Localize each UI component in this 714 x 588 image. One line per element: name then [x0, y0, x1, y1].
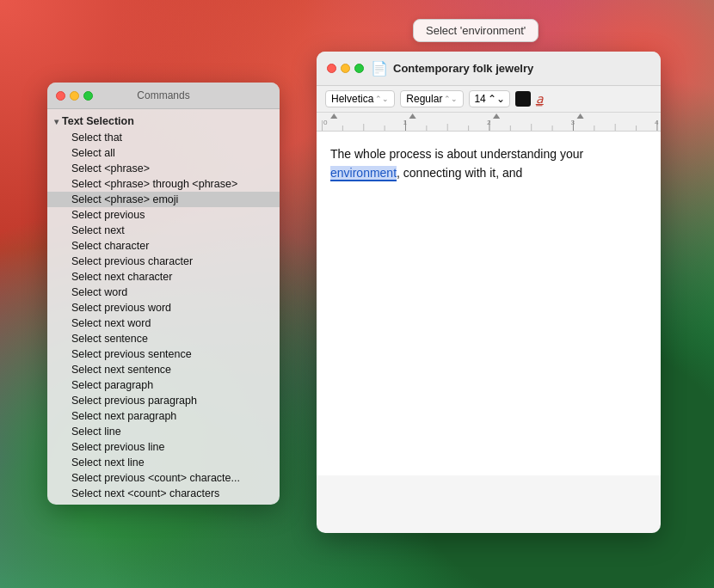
command-item-22[interactable]: Select previous <count> characte... [47, 470, 280, 486]
highlighted-word: environment [330, 166, 397, 181]
commands-titlebar: Commands [47, 83, 280, 109]
text-before-highlight: The whole process is about understanding… [330, 147, 583, 161]
command-item-13[interactable]: Select sentence [47, 331, 280, 346]
commands-title: Commands [137, 89, 189, 101]
editor-close-button[interactable] [327, 64, 336, 73]
svg-marker-22 [330, 113, 337, 119]
font-style-value: Regular [406, 93, 442, 105]
editor-ruler: 0 1 2 3 4 [317, 113, 661, 132]
command-item-21[interactable]: Select next line [47, 455, 280, 470]
commands-maximize-button[interactable] [83, 91, 93, 101]
command-item-12[interactable]: Select next word [47, 315, 280, 331]
commands-traffic-lights [56, 91, 93, 101]
svg-text:2: 2 [487, 119, 491, 126]
text-style-button[interactable]: a̲ [536, 92, 544, 106]
font-family-select[interactable]: Helvetica ⌃⌄ [325, 90, 395, 107]
command-item-6[interactable]: Select next [47, 223, 280, 238]
commands-items-container: Select thatSelect allSelect <phrase>Sele… [47, 130, 280, 501]
editor-minimize-button[interactable] [341, 64, 350, 73]
command-item-2[interactable]: Select <phrase> [47, 161, 280, 176]
command-item-23[interactable]: Select next <count> characters [47, 486, 280, 501]
tooltip-text: Select 'environment' [426, 24, 526, 37]
command-item-17[interactable]: Select previous paragraph [47, 393, 280, 408]
command-item-1[interactable]: Select all [47, 145, 280, 161]
text-after-highlight: , connecting with it, and [397, 166, 522, 180]
font-size-select[interactable]: 14 ⌃⌄ [469, 90, 509, 107]
svg-text:1: 1 [403, 119, 407, 126]
commands-close-button[interactable] [56, 91, 65, 101]
editor-content-area[interactable]: The whole process is about understanding… [317, 132, 661, 475]
svg-text:0: 0 [323, 119, 328, 126]
commands-minimize-button[interactable] [70, 91, 79, 101]
command-item-8[interactable]: Select previous character [47, 254, 280, 269]
font-size-chevron-icon: ⌃⌄ [488, 93, 505, 105]
command-item-19[interactable]: Select line [47, 424, 280, 439]
text-color-swatch[interactable] [515, 91, 531, 107]
editor-title-text: Contemporary folk jewelry [393, 62, 533, 75]
section-chevron-icon: ▾ [54, 117, 58, 126]
editor-panel: 📄 Contemporary folk jewelry Helvetica ⌃⌄… [317, 52, 661, 533]
command-item-0[interactable]: Select that [47, 130, 280, 145]
svg-text:4: 4 [655, 119, 659, 126]
command-item-11[interactable]: Select previous word [47, 300, 280, 315]
svg-marker-24 [493, 113, 500, 119]
command-item-15[interactable]: Select next sentence [47, 362, 280, 377]
svg-marker-23 [409, 113, 416, 119]
command-item-14[interactable]: Select previous sentence [47, 346, 280, 362]
command-item-9[interactable]: Select next character [47, 269, 280, 285]
command-item-18[interactable]: Select next paragraph [47, 408, 280, 424]
font-family-value: Helvetica [331, 93, 373, 105]
command-item-3[interactable]: Select <phrase> through <phrase> [47, 176, 280, 192]
command-item-16[interactable]: Select paragraph [47, 377, 280, 393]
text-selection-section-header[interactable]: ▾ Text Selection [47, 113, 280, 130]
font-family-chevron-icon: ⌃⌄ [375, 95, 389, 103]
commands-panel: Commands ▾ Text Selection Select thatSel… [47, 83, 280, 505]
document-icon: 📄 [371, 60, 388, 77]
editor-toolbar: Helvetica ⌃⌄ Regular ⌃⌄ 14 ⌃⌄ a̲ [317, 86, 661, 113]
svg-marker-25 [577, 113, 584, 119]
editor-paragraph: The whole process is about understanding… [330, 144, 647, 183]
commands-list: ▾ Text Selection Select thatSelect allSe… [47, 109, 280, 505]
command-item-4[interactable]: Select <phrase> emoji [47, 192, 280, 207]
editor-titlebar: 📄 Contemporary folk jewelry [317, 52, 661, 86]
section-label: Text Selection [62, 115, 134, 127]
editor-title-group: 📄 Contemporary folk jewelry [371, 60, 533, 77]
font-style-chevron-icon: ⌃⌄ [444, 95, 458, 103]
command-item-5[interactable]: Select previous [47, 207, 280, 223]
editor-traffic-lights [327, 64, 364, 73]
command-item-7[interactable]: Select character [47, 238, 280, 254]
font-style-select[interactable]: Regular ⌃⌄ [400, 90, 464, 107]
ruler-svg: 0 1 2 3 4 [322, 112, 661, 131]
svg-text:3: 3 [570, 119, 575, 126]
command-item-10[interactable]: Select word [47, 285, 280, 300]
editor-maximize-button[interactable] [354, 64, 364, 73]
tooltip-popup: Select 'environment' [413, 19, 539, 42]
font-size-value: 14 [474, 93, 485, 105]
command-item-20[interactable]: Select previous line [47, 439, 280, 455]
